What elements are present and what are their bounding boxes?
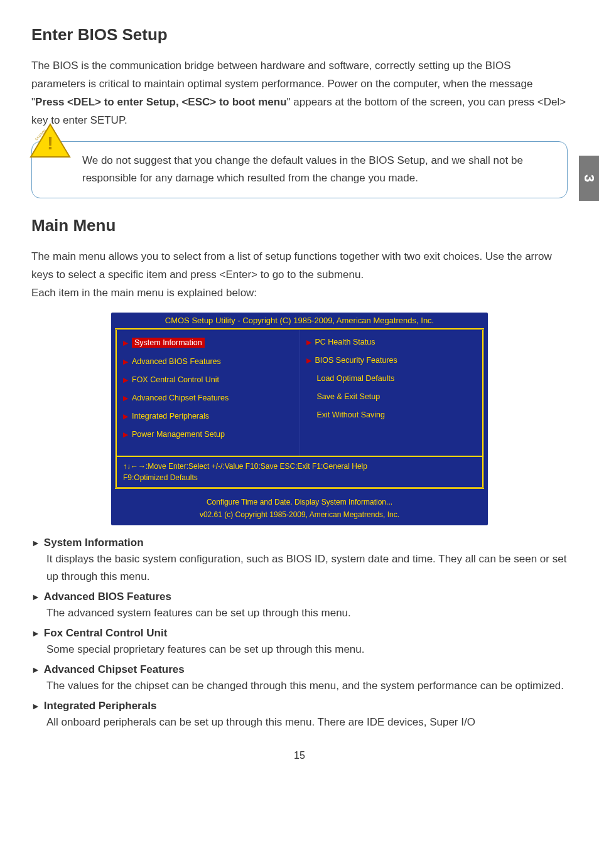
bios-item-power-management: ▶ Power Management Setup <box>123 430 293 439</box>
bios-item-label: Load Optimal Defaults <box>317 374 395 383</box>
desc-body: The values for the chipset can be change… <box>46 677 568 695</box>
desc-title-system-information: ► System Information <box>31 537 568 549</box>
bios-item-label: System Information <box>132 338 205 348</box>
bios-right-column: ▶ PC Health Status ▶ BIOS Security Featu… <box>300 330 483 456</box>
triangle-bullet-icon: ► <box>31 665 40 675</box>
desc-body: All onboard peripherals can be set up th… <box>46 714 568 731</box>
bios-item-label: Power Management Setup <box>132 430 225 439</box>
bios-item-label: BIOS Security Features <box>315 356 397 365</box>
triangle-bullet-icon: ► <box>31 701 40 711</box>
desc-body: It displays the basic system configurati… <box>46 550 568 586</box>
triangle-bullet-icon: ► <box>31 538 40 548</box>
bios-footer-keys: ↑↓←→:Move Enter:Select +/-/:Value F10:Sa… <box>117 456 482 487</box>
triangle-bullet-icon: ► <box>31 592 40 602</box>
bios-item-label: Advanced BIOS Features <box>132 357 221 366</box>
desc-body: The advanced system features can be set … <box>46 604 568 622</box>
bios-item-label: Advanced Chipset Features <box>132 394 229 402</box>
bios-columns: ▶ System Information ▶ Advanced BIOS Fea… <box>117 330 482 456</box>
heading-main-menu: Main Menu <box>31 216 568 235</box>
bios-item-label: PC Health Status <box>315 338 375 346</box>
triangle-marker-icon: ▶ <box>123 358 128 366</box>
desc-title-advanced-chipset: ► Advanced Chipset Features <box>31 663 568 676</box>
triangle-marker-icon: ▶ <box>306 356 311 365</box>
desc-title-text: Advanced Chipset Features <box>44 663 185 676</box>
bios-item-load-defaults: Load Optimal Defaults <box>306 374 477 383</box>
bios-titlebar: CMOS Setup Utility - Copyright (C) 1985-… <box>111 313 488 328</box>
bios-item-label: Integrated Peripherals <box>132 412 209 421</box>
bios-item-label: FOX Central Control Unit <box>132 375 219 384</box>
triangle-marker-icon: ▶ <box>123 431 128 439</box>
bios-item-advanced-chipset: ▶ Advanced Chipset Features <box>123 394 293 402</box>
bios-item-pc-health: ▶ PC Health Status <box>306 338 477 346</box>
triangle-bullet-icon: ► <box>31 628 40 638</box>
triangle-marker-icon: ▶ <box>123 412 128 421</box>
paragraph-enter-bios: The BIOS is the communication bridge bet… <box>31 57 568 130</box>
desc-title-advanced-bios: ► Advanced BIOS Features <box>31 591 568 603</box>
bios-item-integrated-peripherals: ▶ Integrated Peripherals <box>123 412 293 421</box>
bios-item-label: Save & Exit Setup <box>317 392 380 401</box>
svg-text:!: ! <box>47 132 53 153</box>
triangle-marker-icon: ▶ <box>306 338 311 346</box>
bios-left-column: ▶ System Information ▶ Advanced BIOS Fea… <box>117 330 300 456</box>
desc-body: Some special proprietary features can be… <box>46 641 568 658</box>
bios-item-label: Exit Without Saving <box>317 410 385 419</box>
bios-item-advanced-bios: ▶ Advanced BIOS Features <box>123 357 293 366</box>
bios-screenshot: CMOS Setup Utility - Copyright (C) 1985-… <box>111 313 488 525</box>
text-bold-segment: Press <DEL> to enter Setup, <ESC> to boo… <box>35 96 287 108</box>
bios-item-bios-security: ▶ BIOS Security Features <box>306 356 477 365</box>
caution-callout: ! CAUTION We do not suggest that you cha… <box>31 141 568 199</box>
desc-title-integrated-peripherals: ► Integrated Peripherals <box>31 700 568 712</box>
bios-item-exit-without-saving: Exit Without Saving <box>306 410 477 419</box>
triangle-marker-icon: ▶ <box>123 376 128 384</box>
desc-title-text: Integrated Peripherals <box>44 700 157 712</box>
bios-item-system-information: ▶ System Information <box>123 338 293 348</box>
menu-descriptions: ► System Information It displays the bas… <box>31 537 568 731</box>
bios-item-fox-central: ▶ FOX Central Control Unit <box>123 375 293 384</box>
bios-body: ▶ System Information ▶ Advanced BIOS Fea… <box>115 328 484 489</box>
caution-triangle-icon: ! CAUTION <box>30 123 71 159</box>
desc-title-text: System Information <box>44 537 144 549</box>
chapter-side-tab: 3 <box>579 156 599 201</box>
bios-copyright-line: v02.61 (c) Copyright 1985-2009, American… <box>111 509 488 525</box>
desc-title-text: Fox Central Control Unit <box>44 627 167 640</box>
triangle-marker-icon: ▶ <box>123 339 128 347</box>
paragraph-main-menu-intro: The main menu allows you to select from … <box>31 248 568 303</box>
bios-tip-line: Configure Time and Date. Display System … <box>111 493 488 509</box>
triangle-marker-icon: ▶ <box>123 394 128 402</box>
heading-enter-bios: Enter BIOS Setup <box>31 25 568 45</box>
page-number: 15 <box>31 750 568 761</box>
bios-item-save-exit: Save & Exit Setup <box>306 392 477 401</box>
desc-title-fox-central: ► Fox Central Control Unit <box>31 627 568 640</box>
caution-text: We do not suggest that you change the de… <box>82 154 523 185</box>
desc-title-text: Advanced BIOS Features <box>44 591 171 603</box>
